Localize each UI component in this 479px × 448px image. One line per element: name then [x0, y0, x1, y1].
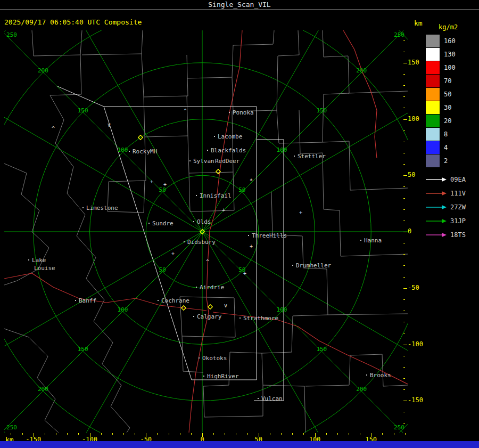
- legend-swatch: [426, 75, 440, 87]
- legend-swatch: [426, 115, 440, 127]
- scan-timestamp: 2025/09/17 06:05:40 UTC Composite: [4, 18, 142, 26]
- town-dot: [158, 300, 159, 301]
- caret-marker-icon: ^: [206, 259, 209, 265]
- right-axis-label: -150: [408, 396, 423, 404]
- radar-id-label: 27ZW: [450, 203, 466, 211]
- right-axis-tick: [403, 209, 405, 210]
- range-label: 150: [78, 346, 88, 353]
- bottom-axis-tick: [394, 433, 394, 435]
- city-label: Limestone: [86, 205, 118, 211]
- right-axis-tick: [403, 40, 405, 40]
- radar-id-label: 111V: [450, 190, 466, 197]
- legend-value: 50: [444, 91, 451, 98]
- legend-radar-row: 27ZW: [426, 200, 478, 214]
- right-axis-tick: [403, 265, 405, 266]
- legend-value: 130: [444, 51, 456, 58]
- right-axis-tick: [403, 119, 407, 120]
- range-label: 100: [277, 146, 287, 153]
- right-axis-tick: [403, 175, 407, 176]
- legend-scale-row: 160: [426, 34, 478, 47]
- city-label: Drumheller: [296, 262, 332, 269]
- radar-arrow-icon: [426, 232, 447, 238]
- town-dot: [203, 376, 204, 377]
- bottom-axis-tick: [270, 433, 270, 435]
- bottom-axis-tick: [11, 433, 11, 435]
- city-label: ThreeHills: [252, 232, 287, 239]
- town-dot: [199, 357, 200, 359]
- city-label: Airdrie: [200, 284, 224, 291]
- radar-map-svg: 5010015020025050100150200250501001502002…: [4, 30, 408, 433]
- bottom-axis-tick: [326, 433, 327, 435]
- legend-scale-row: 70: [426, 74, 478, 87]
- plus-marker-icon: +: [222, 207, 225, 213]
- legend-scale-row: 8: [426, 127, 478, 141]
- town-dot: [258, 398, 259, 399]
- plus-marker-icon: +: [163, 182, 167, 188]
- radar-application-window: { "window": { "title": "Single_Scan_VIL"…: [0, 0, 479, 448]
- city-label: Lacombe: [218, 133, 242, 140]
- bottom-axis-tick: [78, 433, 79, 435]
- right-axis-tick: [403, 367, 405, 368]
- bottom-axis-tick: [247, 433, 248, 435]
- legend-scale-row: 20: [426, 114, 478, 127]
- bottom-axis-tick: [169, 433, 169, 435]
- right-axis-tick: [403, 254, 405, 255]
- city-label: RedDeer: [215, 158, 240, 165]
- legend-swatch: [426, 61, 440, 74]
- radar-map[interactable]: 5010015020025050100150200250501001502002…: [4, 30, 408, 433]
- town-dot: [196, 195, 197, 196]
- bottom-axis-tick: [337, 433, 338, 435]
- window-title-bar[interactable]: Single_Scan_VIL: [0, 0, 479, 10]
- range-label: 200: [38, 67, 48, 74]
- city-label: Innisfail: [200, 192, 232, 199]
- legend-value: 2: [444, 157, 448, 165]
- bottom-axis-tick: [123, 433, 124, 435]
- legend-value: 8: [444, 131, 448, 138]
- right-axis-label: 100: [408, 115, 419, 123]
- radar-arrow-icon: [426, 177, 447, 182]
- range-label: 50: [238, 186, 245, 193]
- legend-swatch: [426, 154, 440, 167]
- taskbar[interactable]: [0, 441, 479, 448]
- right-axis-tick: [403, 74, 405, 75]
- city-label: Cochrane: [161, 297, 189, 304]
- right-axis-unit: km: [414, 19, 423, 27]
- right-axis-tick: [403, 164, 405, 165]
- radar-site-diamond-icon: [208, 305, 212, 309]
- town-dot: [184, 241, 185, 242]
- city-label: Didsbury: [187, 239, 216, 246]
- right-axis-tick: [403, 232, 407, 232]
- town-dot: [214, 136, 215, 137]
- town-dot: [366, 374, 367, 376]
- bottom-axis-tick: [382, 433, 383, 435]
- radar-arrow-icon: [426, 218, 447, 224]
- right-axis-tick: [403, 142, 405, 142]
- city-label: RockyMH: [133, 148, 157, 155]
- legend-radar-row: 111V: [426, 186, 478, 200]
- vee-marker-icon: v: [224, 303, 227, 308]
- right-axis-tick: [403, 153, 405, 153]
- city-label: Calgary: [197, 313, 222, 320]
- town-dot: [211, 160, 212, 161]
- bottom-axis-tick: [303, 433, 304, 435]
- bottom-axis-tick: [56, 433, 56, 435]
- radar-id-label: 09EA: [450, 176, 466, 183]
- radar-id-label: 18TS: [450, 231, 466, 239]
- right-axis-tick: [403, 85, 405, 86]
- right-axis-tick: [403, 288, 407, 289]
- legend-swatch: [426, 48, 440, 61]
- right-axis-label: -100: [408, 340, 423, 348]
- range-label: 150: [78, 107, 88, 114]
- plus-marker-icon: +: [150, 179, 153, 185]
- town-dot: [229, 112, 230, 113]
- right-axis-tick: [403, 108, 405, 108]
- bottom-axis-tick: [360, 433, 360, 435]
- legend-radar-row: 31JP: [426, 214, 478, 228]
- right-axis-tick: [403, 299, 405, 300]
- right-axis-tick: [403, 243, 405, 243]
- radar-id-label: 31JP: [450, 217, 466, 225]
- city-label: Strathmore: [243, 315, 278, 322]
- bottom-axis-tick: [349, 433, 349, 435]
- right-axis-tick: [403, 52, 405, 52]
- right-axis-tick: [403, 345, 407, 345]
